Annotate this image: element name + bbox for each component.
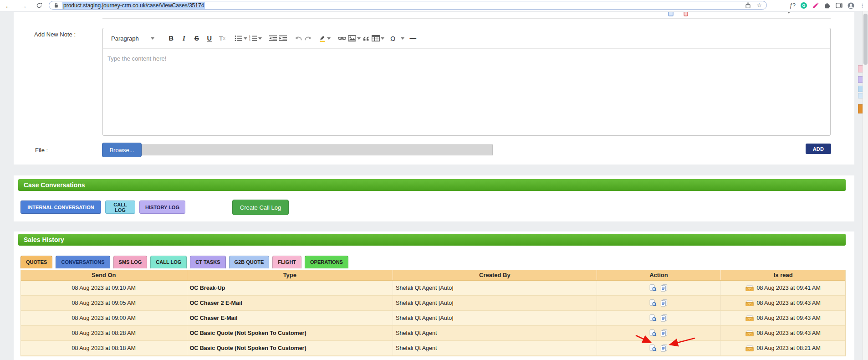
share-icon[interactable]: [745, 2, 751, 9]
tab-call-log[interactable]: CALL LOG: [150, 256, 187, 268]
col-header-send-on: Send On: [21, 270, 187, 280]
cell-type: OC Basic Quote (Not Spoken To Customer): [187, 341, 393, 355]
cell-created-by: Shefali Qt Agent: [393, 326, 597, 340]
url-text[interactable]: product.staging.journey-crm.co.uk/case/V…: [62, 2, 205, 9]
sales-history-header: Sales History: [18, 234, 846, 246]
highlight-icon[interactable]: [319, 35, 331, 42]
cell-type: OC Basic Quote (Not Spoken To Customer): [187, 326, 393, 340]
tab-sms-log[interactable]: SMS LOG: [113, 256, 148, 268]
history-log-button[interactable]: HISTORY LOG: [139, 201, 185, 214]
col-header-is-read: Is read: [721, 270, 845, 280]
tab-flight[interactable]: FLIGHT: [272, 256, 301, 268]
envelope-icon: [745, 285, 754, 291]
table-row: 08 Aug 2023 at 08:18 AM OC Basic Quote (…: [21, 341, 845, 356]
undo-icon[interactable]: [295, 36, 302, 41]
paragraph-dropdown[interactable]: Paragraph: [107, 31, 158, 45]
sales-history-section: Sales History QUOTES CONVERSATIONS SMS L…: [14, 231, 854, 360]
editor-body[interactable]: Type the content here!: [103, 49, 830, 68]
remove-format-t: T: [219, 35, 223, 42]
font-extension-icon[interactable]: ƒ?: [790, 2, 796, 9]
call-log-button[interactable]: CALL LOG: [105, 201, 135, 214]
decrease-indent-icon[interactable]: [269, 35, 277, 41]
numbered-list-icon[interactable]: [249, 35, 262, 41]
copy-quote-icon[interactable]: [660, 344, 668, 352]
browser-menu-icon[interactable]: ⋮: [859, 2, 865, 9]
is-read-time: 08 Aug 2023 at 09:43 AM: [756, 330, 820, 336]
clipped-icon-2[interactable]: [683, 12, 689, 17]
tab-g2b-quote[interactable]: G2B QUOTE: [229, 256, 270, 268]
envelope-icon: [745, 300, 754, 306]
preview-quote-icon[interactable]: [649, 329, 657, 337]
profile-avatar[interactable]: [848, 2, 854, 9]
table-header-row: Send On Type Created By Action Is read: [21, 270, 845, 281]
copy-quote-icon[interactable]: [660, 299, 668, 307]
add-button[interactable]: ADD: [806, 144, 831, 154]
side-panel-icon[interactable]: [836, 2, 842, 9]
internal-conversation-button[interactable]: INTERNAL CONVERSATION: [20, 201, 101, 214]
underline-icon[interactable]: U: [204, 32, 215, 45]
tab-conversations[interactable]: CONVERSATIONS: [56, 256, 110, 268]
preview-quote-icon[interactable]: [649, 344, 657, 352]
copy-quote-icon[interactable]: [660, 329, 668, 337]
editor-placeholder: Type the content here!: [107, 55, 166, 62]
cell-send-on: 08 Aug 2023 at 09:00 AM: [21, 311, 187, 325]
copy-quote-icon[interactable]: [660, 284, 668, 292]
editor-toolbar: Paragraph B I S U Tx: [103, 28, 830, 49]
insert-image-icon[interactable]: [348, 35, 361, 41]
clipped-icon-1[interactable]: [668, 12, 674, 17]
back-icon[interactable]: ←: [3, 0, 14, 11]
cell-type: OC Break-Up: [187, 281, 393, 295]
grammarly-extension-icon[interactable]: G: [801, 2, 807, 9]
strikethrough-icon[interactable]: S: [191, 32, 203, 45]
insert-table-icon[interactable]: [372, 35, 384, 41]
special-character-icon[interactable]: Ω: [386, 32, 404, 45]
horizontal-line-icon[interactable]: —: [406, 32, 420, 45]
extensions-puzzle-icon[interactable]: [824, 2, 831, 9]
envelope-icon: [745, 330, 754, 336]
browse-button[interactable]: Browse...: [102, 143, 142, 157]
cell-type: OC Chaser E-Mail: [187, 311, 393, 325]
hr-glyph: —: [406, 32, 420, 45]
browser-toolbar: ← → product.staging.journey-crm.co.uk/ca…: [0, 0, 868, 11]
reload-icon[interactable]: [34, 0, 45, 11]
is-read-time: 08 Aug 2023 at 09:41 AM: [756, 285, 820, 291]
preview-quote-icon[interactable]: [649, 284, 657, 292]
address-bar[interactable]: product.staging.journey-crm.co.uk/case/V…: [49, 1, 767, 10]
tab-operations[interactable]: OPERATIONS: [305, 256, 348, 268]
tab-ct-tasks[interactable]: CT TASKS: [190, 256, 225, 268]
bold-icon[interactable]: B: [165, 32, 177, 45]
envelope-icon: [745, 315, 754, 321]
col-header-type: Type: [187, 270, 393, 280]
envelope-icon: [745, 345, 754, 351]
file-input-field[interactable]: [142, 144, 493, 155]
is-read-time: 08 Aug 2023 at 08:21 AM: [756, 345, 820, 351]
case-conversations-section: Case Conversations INTERNAL CONVERSATION…: [14, 175, 854, 221]
clipped-icon-3[interactable]: [786, 12, 792, 17]
italic-icon[interactable]: I: [178, 32, 190, 45]
block-quote-icon[interactable]: [363, 35, 370, 41]
cell-created-by: Shefali Qt Agent: [393, 341, 597, 355]
redo-icon[interactable]: [304, 36, 312, 41]
bulleted-list-icon[interactable]: [235, 35, 247, 41]
cell-send-on: 08 Aug 2023 at 08:28 AM: [21, 326, 187, 340]
pen-extension-icon[interactable]: [812, 2, 819, 9]
scrollbar-thumb[interactable]: [863, 14, 868, 65]
forward-icon[interactable]: →: [18, 0, 29, 11]
link-icon[interactable]: [338, 36, 346, 41]
bookmark-star-icon[interactable]: ☆: [756, 2, 762, 9]
table-row: 08 Aug 2023 at 09:10 AM OC Break-Up Shef…: [21, 281, 845, 296]
create-call-log-button[interactable]: Create Call Log: [232, 200, 289, 215]
preview-quote-icon[interactable]: [649, 314, 657, 322]
remove-format-icon[interactable]: Tx: [216, 32, 228, 45]
cell-created-by: Shefali Qt Agent [Auto]: [393, 296, 597, 310]
copy-quote-icon[interactable]: [660, 314, 668, 322]
table-row: 08 Aug 2023 at 09:00 AM OC Chaser E-Mail…: [21, 311, 845, 326]
rich-text-editor: Paragraph B I S U Tx: [102, 28, 831, 136]
increase-indent-icon[interactable]: [279, 35, 287, 41]
preview-quote-icon[interactable]: [649, 299, 657, 307]
browser-extensions-area: ƒ? G ⋮: [790, 0, 865, 11]
quotes-table: Send On Type Created By Action Is read 0…: [20, 270, 846, 356]
cell-send-on: 08 Aug 2023 at 09:05 AM: [21, 296, 187, 310]
tab-quotes[interactable]: QUOTES: [20, 256, 52, 268]
cell-send-on: 08 Aug 2023 at 09:10 AM: [21, 281, 187, 295]
